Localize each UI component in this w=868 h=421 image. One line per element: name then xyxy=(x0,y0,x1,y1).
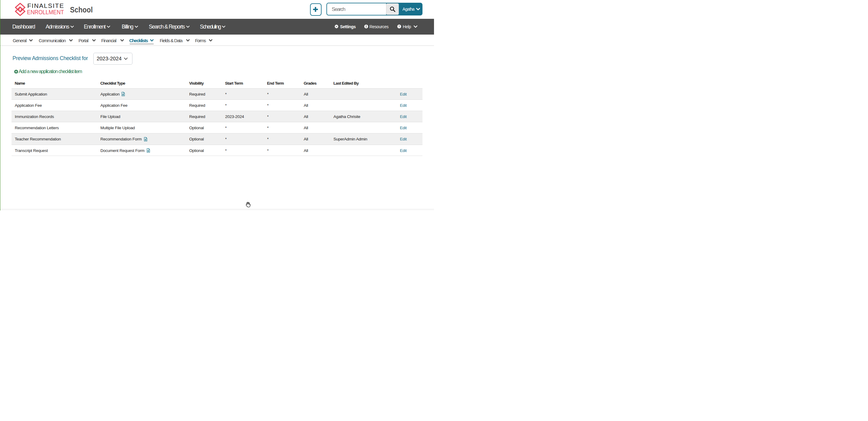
svg-text:?: ? xyxy=(399,25,400,28)
